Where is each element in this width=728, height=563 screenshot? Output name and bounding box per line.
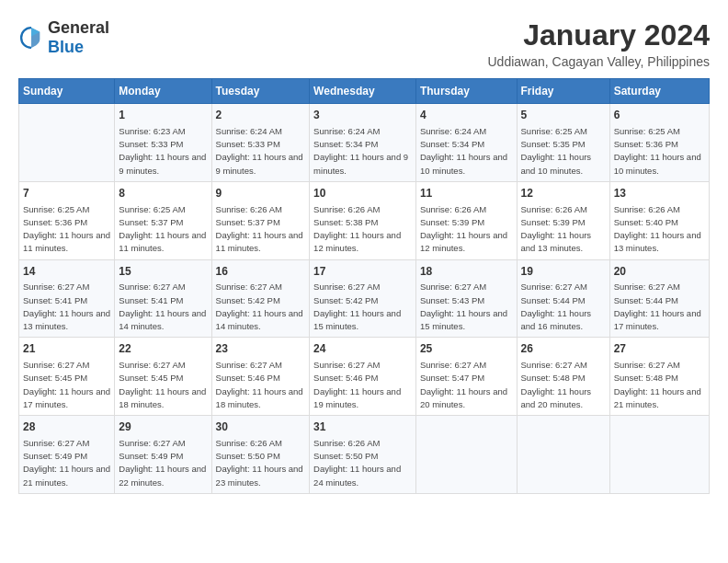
week-row-1: 1Sunrise: 6:23 AMSunset: 5:33 PMDaylight…: [19, 104, 710, 182]
calendar-cell: 12Sunrise: 6:26 AMSunset: 5:39 PMDayligh…: [517, 181, 609, 259]
logo-general: General: [48, 18, 109, 37]
header-wednesday: Wednesday: [310, 79, 416, 104]
day-number: 12: [521, 186, 606, 201]
calendar-table: SundayMondayTuesdayWednesdayThursdayFrid…: [18, 78, 710, 494]
calendar-cell: 29Sunrise: 6:27 AMSunset: 5:49 PMDayligh…: [115, 416, 211, 494]
day-number: 29: [119, 419, 207, 435]
logo-text: General Blue: [48, 18, 109, 57]
header-tuesday: Tuesday: [211, 79, 310, 104]
day-info: Sunrise: 6:27 AMSunset: 5:48 PMDaylight:…: [521, 359, 606, 411]
calendar-cell: 17Sunrise: 6:27 AMSunset: 5:42 PMDayligh…: [310, 259, 416, 338]
header-thursday: Thursday: [415, 79, 517, 104]
day-number: 28: [23, 419, 110, 435]
day-number: 18: [420, 264, 513, 280]
day-info: Sunrise: 6:26 AMSunset: 5:50 PMDaylight:…: [313, 437, 412, 489]
calendar-cell: [19, 104, 115, 182]
location: Uddiawan, Cagayan Valley, Philippines: [487, 54, 710, 69]
calendar-cell: 3Sunrise: 6:24 AMSunset: 5:34 PMDaylight…: [310, 104, 416, 182]
calendar-cell: 27Sunrise: 6:27 AMSunset: 5:48 PMDayligh…: [609, 338, 709, 416]
calendar-cell: 13Sunrise: 6:26 AMSunset: 5:40 PMDayligh…: [609, 181, 709, 259]
calendar-cell: 6Sunrise: 6:25 AMSunset: 5:36 PMDaylight…: [609, 104, 709, 182]
calendar-cell: 28Sunrise: 6:27 AMSunset: 5:49 PMDayligh…: [19, 416, 115, 494]
calendar-cell: 4Sunrise: 6:24 AMSunset: 5:34 PMDaylight…: [415, 104, 517, 182]
day-number: 26: [521, 341, 606, 357]
calendar-cell: 19Sunrise: 6:27 AMSunset: 5:44 PMDayligh…: [517, 259, 609, 338]
day-number: 27: [614, 341, 705, 357]
logo-blue: Blue: [48, 38, 84, 56]
day-info: Sunrise: 6:27 AMSunset: 5:46 PMDaylight:…: [313, 359, 412, 411]
day-info: Sunrise: 6:27 AMSunset: 5:45 PMDaylight:…: [119, 359, 207, 411]
day-info: Sunrise: 6:26 AMSunset: 5:39 PMDaylight:…: [420, 203, 513, 256]
day-info: Sunrise: 6:27 AMSunset: 5:44 PMDaylight:…: [521, 281, 606, 333]
calendar-cell: 23Sunrise: 6:27 AMSunset: 5:46 PMDayligh…: [211, 338, 310, 416]
day-info: Sunrise: 6:24 AMSunset: 5:33 PMDaylight:…: [216, 125, 306, 178]
day-info: Sunrise: 6:25 AMSunset: 5:36 PMDaylight:…: [23, 203, 110, 256]
calendar-cell: 25Sunrise: 6:27 AMSunset: 5:47 PMDayligh…: [415, 338, 517, 416]
calendar-cell: 11Sunrise: 6:26 AMSunset: 5:39 PMDayligh…: [415, 181, 517, 259]
calendar-cell: 9Sunrise: 6:26 AMSunset: 5:37 PMDaylight…: [211, 181, 310, 259]
day-number: 22: [119, 341, 207, 357]
calendar-cell: 30Sunrise: 6:26 AMSunset: 5:50 PMDayligh…: [211, 416, 310, 494]
calendar-cell: [517, 416, 609, 494]
title-block: January 2024 Uddiawan, Cagayan Valley, P…: [487, 18, 710, 69]
day-number: 1: [119, 108, 207, 123]
calendar-cell: 21Sunrise: 6:27 AMSunset: 5:45 PMDayligh…: [19, 338, 115, 416]
day-info: Sunrise: 6:26 AMSunset: 5:40 PMDaylight:…: [614, 203, 705, 256]
header-saturday: Saturday: [609, 79, 709, 104]
day-number: 2: [216, 108, 306, 123]
day-info: Sunrise: 6:27 AMSunset: 5:46 PMDaylight:…: [216, 359, 306, 411]
day-info: Sunrise: 6:27 AMSunset: 5:44 PMDaylight:…: [614, 281, 705, 333]
calendar-cell: 10Sunrise: 6:26 AMSunset: 5:38 PMDayligh…: [310, 181, 416, 259]
header-monday: Monday: [115, 79, 211, 104]
day-number: 10: [313, 186, 412, 201]
day-info: Sunrise: 6:25 AMSunset: 5:37 PMDaylight:…: [119, 203, 207, 256]
day-number: 31: [313, 419, 412, 435]
day-number: 17: [313, 264, 412, 280]
day-info: Sunrise: 6:27 AMSunset: 5:42 PMDaylight:…: [313, 281, 412, 333]
day-info: Sunrise: 6:27 AMSunset: 5:43 PMDaylight:…: [420, 281, 513, 333]
page-header: General Blue January 2024 Uddiawan, Caga…: [18, 18, 710, 69]
day-number: 20: [614, 264, 705, 280]
calendar-cell: [609, 416, 709, 494]
day-info: Sunrise: 6:27 AMSunset: 5:41 PMDaylight:…: [23, 281, 110, 333]
calendar-cell: 1Sunrise: 6:23 AMSunset: 5:33 PMDaylight…: [115, 104, 211, 182]
week-row-5: 28Sunrise: 6:27 AMSunset: 5:49 PMDayligh…: [19, 416, 710, 494]
day-info: Sunrise: 6:24 AMSunset: 5:34 PMDaylight:…: [313, 125, 412, 178]
day-info: Sunrise: 6:27 AMSunset: 5:42 PMDaylight:…: [216, 281, 306, 333]
calendar-cell: 16Sunrise: 6:27 AMSunset: 5:42 PMDayligh…: [211, 259, 310, 338]
calendar-cell: 20Sunrise: 6:27 AMSunset: 5:44 PMDayligh…: [609, 259, 709, 338]
day-number: 11: [420, 186, 513, 201]
calendar-cell: 7Sunrise: 6:25 AMSunset: 5:36 PMDaylight…: [19, 181, 115, 259]
day-info: Sunrise: 6:26 AMSunset: 5:39 PMDaylight:…: [521, 203, 606, 256]
day-number: 23: [216, 341, 306, 357]
logo: General Blue: [18, 18, 109, 57]
day-number: 6: [614, 108, 705, 123]
calendar-cell: 14Sunrise: 6:27 AMSunset: 5:41 PMDayligh…: [19, 259, 115, 338]
day-info: Sunrise: 6:25 AMSunset: 5:35 PMDaylight:…: [521, 125, 606, 178]
day-info: Sunrise: 6:27 AMSunset: 5:41 PMDaylight:…: [119, 281, 207, 333]
calendar-cell: 18Sunrise: 6:27 AMSunset: 5:43 PMDayligh…: [415, 259, 517, 338]
calendar-cell: 15Sunrise: 6:27 AMSunset: 5:41 PMDayligh…: [115, 259, 211, 338]
week-row-4: 21Sunrise: 6:27 AMSunset: 5:45 PMDayligh…: [19, 338, 710, 416]
day-number: 24: [313, 341, 412, 357]
day-number: 4: [420, 108, 513, 123]
header-friday: Friday: [517, 79, 609, 104]
day-number: 21: [23, 341, 110, 357]
day-number: 8: [119, 186, 207, 201]
day-number: 16: [216, 264, 306, 280]
calendar-cell: 31Sunrise: 6:26 AMSunset: 5:50 PMDayligh…: [310, 416, 416, 494]
week-row-2: 7Sunrise: 6:25 AMSunset: 5:36 PMDaylight…: [19, 181, 710, 259]
day-info: Sunrise: 6:27 AMSunset: 5:47 PMDaylight:…: [420, 359, 513, 411]
day-number: 9: [216, 186, 306, 201]
day-number: 25: [420, 341, 513, 357]
day-number: 5: [521, 108, 606, 123]
day-info: Sunrise: 6:27 AMSunset: 5:45 PMDaylight:…: [23, 359, 110, 411]
calendar-cell: [415, 416, 517, 494]
month-year: January 2024: [487, 18, 710, 52]
calendar-cell: 2Sunrise: 6:24 AMSunset: 5:33 PMDaylight…: [211, 104, 310, 182]
day-number: 19: [521, 264, 606, 280]
calendar-cell: 5Sunrise: 6:25 AMSunset: 5:35 PMDaylight…: [517, 104, 609, 182]
calendar-cell: 24Sunrise: 6:27 AMSunset: 5:46 PMDayligh…: [310, 338, 416, 416]
day-number: 13: [614, 186, 705, 201]
day-number: 15: [119, 264, 207, 280]
